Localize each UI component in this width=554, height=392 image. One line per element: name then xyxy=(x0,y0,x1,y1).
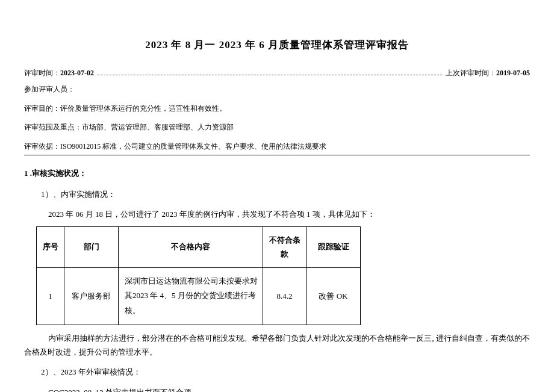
section-1-2-heading: 2）、2023 年外审审核情况： xyxy=(41,365,530,379)
basis-line: 评审依据：ISO90012015 标准，公司建立的质量管理体系文件、客户要求、使… xyxy=(24,140,530,155)
purpose-value: 评价质量管理体系运行的充分性，适宜性和有效性。 xyxy=(60,104,226,113)
report-title: 2023 年 8 月一 2023 年 6 月质量管理体系管理评审报告 xyxy=(24,36,530,55)
section-1-1-heading: 1）、内审实施情况： xyxy=(41,187,530,201)
last-review-value: 2019-07-05 xyxy=(496,69,530,77)
purpose-label: 评审目的： xyxy=(24,104,60,113)
basis-value: ISO90012015 标准，公司建立的质量管理体系文件、客户要求、使用的法律法… xyxy=(60,142,326,151)
review-time-label: 评审时间： xyxy=(24,69,60,77)
th-track: 跟踪验证 xyxy=(307,226,361,267)
basis-label: 评审依据： xyxy=(24,142,60,151)
table-header-row: 序号 部门 不合格内容 不符合条款 跟踪验证 xyxy=(37,226,361,267)
th-clause: 不符合条款 xyxy=(263,226,307,267)
section-1-heading: 1 .审核实施状况： xyxy=(24,166,530,180)
review-time-label-value: 评审时间：2023-07-02 xyxy=(24,67,94,80)
scope-line: 评审范围及重点：市场部、营运管理部、客服管理部、人力资源部 xyxy=(24,121,530,134)
section-1-1-intro: 2023 年 06 月 18 日，公司进行了 2023 年度的例行内审，共发现了… xyxy=(48,207,530,221)
nonconformity-table: 序号 部门 不合格内容 不符合条款 跟踪验证 1 客户服务部 深圳市日运达物流有… xyxy=(36,226,361,325)
last-review-label-value: 上次评审时间：2019-07-05 xyxy=(446,67,530,80)
cell-seq: 1 xyxy=(37,267,64,325)
cell-clause: 8.4.2 xyxy=(263,267,307,325)
dashed-separator xyxy=(98,75,442,75)
scope-value: 市场部、营运管理部、客服管理部、人力资源部 xyxy=(82,123,234,131)
review-time-row: 评审时间：2023-07-02 上次评审时间：2019-07-05 xyxy=(24,67,530,80)
section-1-1-note: 内审采用抽样的方法进行，部分潜在的不合格可能没发现。希望各部门负责人针对此次发现… xyxy=(24,331,530,359)
th-dept: 部门 xyxy=(64,226,119,267)
th-content: 不合格内容 xyxy=(119,226,263,267)
scope-label: 评审范围及重点： xyxy=(24,123,82,131)
cell-dept: 客户服务部 xyxy=(64,267,119,325)
last-review-label: 上次评审时间： xyxy=(446,69,496,77)
th-seq: 序号 xyxy=(37,226,64,267)
participants-line: 参加评审人员： xyxy=(24,83,530,96)
purpose-line: 评审目的：评价质量管理体系运行的充分性，适宜性和有效性。 xyxy=(24,102,530,116)
table-row: 1 客户服务部 深圳市日运达物流有限公司未按要求对其2023 年 4、5 月份的… xyxy=(37,267,361,325)
review-time-value: 2023-07-02 xyxy=(60,69,94,77)
cell-track: 改善 OK xyxy=(307,267,361,325)
participants-label: 参加评审人员： xyxy=(24,85,75,93)
cell-content: 深圳市日运达物流有限公司未按要求对其2023 年 4、5 月份的交货业绩进行考核… xyxy=(119,267,263,325)
section-1-2-body: CQC2023. 08. 12 外审未提出书面不符合项。 xyxy=(48,385,530,392)
